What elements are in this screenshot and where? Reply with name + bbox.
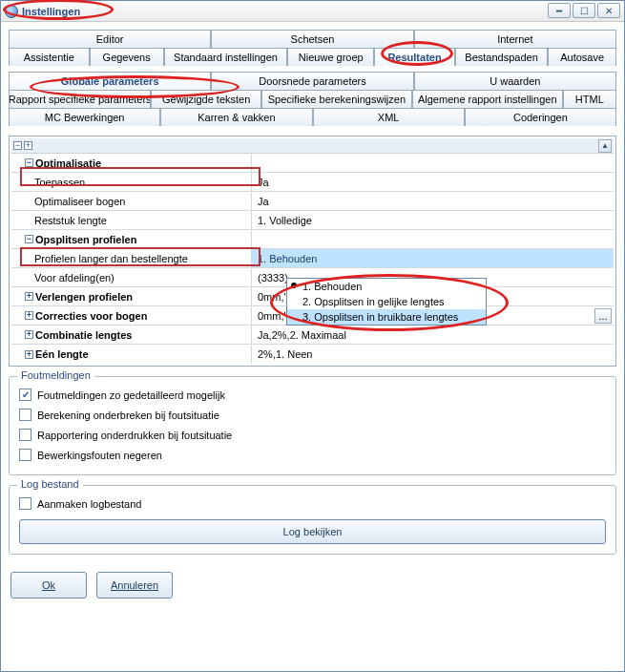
tab-gegevens[interactable]: Gegevens xyxy=(90,48,164,66)
row-toepassen-value[interactable]: Ja xyxy=(252,173,614,191)
tab-nieuwegroep[interactable]: Nieuwe groep xyxy=(287,48,374,66)
dropdown-item-3[interactable]: 3. Opsplitsen in bruikbare lengtes xyxy=(287,309,486,325)
tab-coderingen[interactable]: Coderingen xyxy=(465,108,616,126)
chk-ignore[interactable] xyxy=(19,449,31,461)
row-optimaliseer-bogen-label: Optimaliseer bogen xyxy=(34,196,125,207)
chk-ignore-label: Bewerkingsfouten negeren xyxy=(37,450,162,461)
window-title: Instellingen xyxy=(22,6,80,17)
expand-all-icon[interactable]: + xyxy=(24,141,32,150)
dropdown-item-2[interactable]: 2. Opsplitsen in gelijke lengtes xyxy=(287,294,486,309)
ellipsis-button[interactable]: … xyxy=(594,308,612,324)
tab-standaard[interactable]: Standaard instellingen xyxy=(164,48,288,66)
maximize-button[interactable]: ☐ xyxy=(573,3,595,18)
group-combinatie: Combinatie lengtes xyxy=(35,329,132,341)
group-foutmeldingen: Foutmeldingen xyxy=(17,369,94,381)
app-icon xyxy=(5,5,18,18)
collapse-icon[interactable]: − xyxy=(25,158,33,167)
minimize-button[interactable]: ━ xyxy=(548,3,571,18)
row-afdeling-label: Voor afdeling(en) xyxy=(34,272,115,284)
row-toepassen-label: Toepassen xyxy=(34,177,85,188)
close-button[interactable]: ✕ xyxy=(597,3,620,18)
tab-xml[interactable]: XML xyxy=(313,108,465,126)
row-profielen-langer-value[interactable]: 1. Behouden xyxy=(252,249,614,267)
tab-rapport-specifiek[interactable]: Rapport specifieke parameters xyxy=(9,90,151,108)
view-log-button[interactable]: Log bekijken xyxy=(19,519,606,544)
group-verlengen: Verlengen profielen xyxy=(35,291,133,303)
tab-gewijzigde-teksten[interactable]: Gewijzigde teksten xyxy=(151,90,261,108)
expand-icon[interactable]: + xyxy=(25,311,33,320)
scroll-up-icon[interactable]: ▲ xyxy=(598,139,612,153)
chk-detailed[interactable]: ✔ xyxy=(19,388,31,401)
tab-html[interactable]: HTML xyxy=(563,90,616,108)
radio-selected-icon xyxy=(291,283,297,288)
chk-create-log[interactable] xyxy=(19,497,31,510)
dropdown-panel: 1. Behouden 2. Opsplitsen in gelijke len… xyxy=(286,278,487,326)
tab-bestandspaden[interactable]: Bestandspaden xyxy=(455,48,548,66)
ok-button[interactable]: Ok xyxy=(10,572,87,598)
tab-globale-parameters[interactable]: Globale parameters xyxy=(9,72,211,90)
group-optimalisatie: Optimalisatie xyxy=(35,158,101,169)
group-correcties: Correcties voor bogen xyxy=(35,310,147,322)
chk-interrupt[interactable] xyxy=(19,409,31,421)
row-combinatie-value[interactable]: Ja,2%,2. Maximaal xyxy=(252,326,614,344)
collapse-all-icon[interactable]: − xyxy=(13,141,22,150)
collapse-icon[interactable]: − xyxy=(25,235,33,243)
tab-specifieke-berekeningswijzen[interactable]: Specifieke berekeningswijzen xyxy=(261,90,412,108)
expand-icon[interactable]: + xyxy=(25,330,33,339)
tab-resultaten[interactable]: Resultaten xyxy=(374,48,455,66)
row-reststuk-label: Reststuk lengte xyxy=(34,215,107,226)
tab-editor[interactable]: Editor xyxy=(9,30,211,48)
chk-suppress[interactable] xyxy=(19,429,31,441)
row-reststuk-value[interactable]: 1. Volledige xyxy=(252,211,614,229)
dropdown-item-1[interactable]: 1. Behouden xyxy=(287,279,486,294)
row-eenlengte-value[interactable]: 2%,1. Neen xyxy=(252,345,614,364)
tab-karren-vakken[interactable]: Karren & vakken xyxy=(160,108,312,126)
group-opsplitsen: Opsplitsen profielen xyxy=(35,234,136,245)
tab-internet[interactable]: Internet xyxy=(414,30,616,48)
expand-icon[interactable]: + xyxy=(25,292,33,301)
row-optimaliseer-bogen-value[interactable]: Ja xyxy=(252,192,614,210)
tab-autosave[interactable]: Autosave xyxy=(548,48,616,66)
group-log: Log bestand xyxy=(17,478,83,490)
tab-schetsen[interactable]: Schetsen xyxy=(211,30,413,48)
tab-u-waarden[interactable]: U waarden xyxy=(414,72,616,90)
group-eenlengte: Eén lengte xyxy=(35,348,89,360)
expand-icon[interactable]: + xyxy=(25,350,33,359)
chk-detailed-label: Foutmeldingen zo gedetailleerd mogelijk xyxy=(37,389,225,401)
chk-suppress-label: Rapportering onderdrukken bij foutsituat… xyxy=(37,430,232,441)
chk-interrupt-label: Berekening onderbreken bij foutsituatie xyxy=(37,410,219,421)
tab-mc-bewerkingen[interactable]: MC Bewerkingen xyxy=(9,108,160,126)
tab-algemene-rapport[interactable]: Algemene rapport instellingen xyxy=(412,90,563,108)
chk-create-log-label: Aanmaken logbestand xyxy=(37,498,141,510)
cancel-button[interactable]: Annuleren xyxy=(96,572,173,598)
row-profielen-langer-label: Profielen langer dan bestellengte xyxy=(34,253,188,264)
tab-assistentie[interactable]: Assistentie xyxy=(9,48,90,66)
tab-doorsnede-parameters[interactable]: Doorsnede parameters xyxy=(211,72,413,90)
